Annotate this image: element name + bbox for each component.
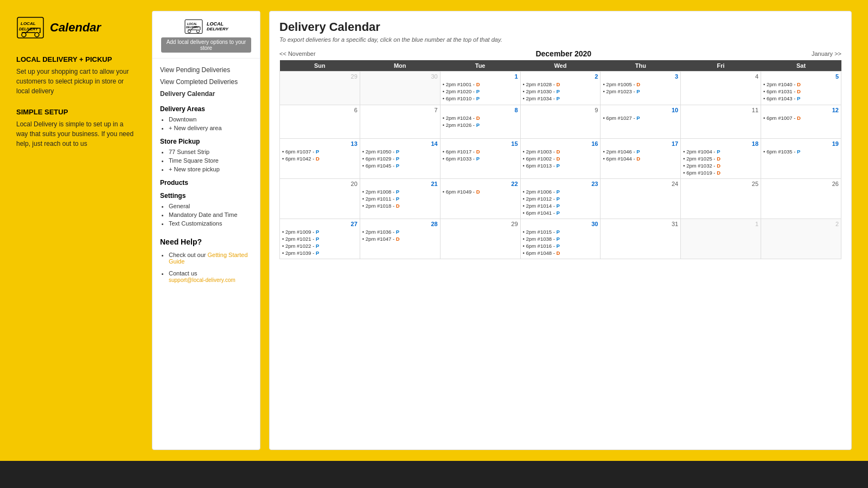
day-number[interactable]: 28 xyxy=(362,221,438,227)
delivery-entry: • 6pm #1029 - P xyxy=(362,156,438,162)
delivery-entry: • 2pm #1006 - P xyxy=(523,189,598,195)
calendar-subtitle: To export deliveries for a specific day,… xyxy=(279,36,841,43)
day-number[interactable]: 21 xyxy=(362,181,438,187)
day-number[interactable]: 19 xyxy=(763,140,839,147)
delivery-entry: • 6pm #1044 - D xyxy=(603,156,678,162)
help-getting-started[interactable]: Check out our Getting Started Guide xyxy=(169,251,252,266)
calendar-cell: 3• 2pm #1005 - D• 2pm #1023 - P xyxy=(601,72,681,105)
store-pickup-list: 77 Sunset Strip Time Square Store + New … xyxy=(160,147,252,174)
calendar-cell: 22• 6pm #1049 - D xyxy=(440,179,520,219)
new-delivery-area[interactable]: + New delivery area xyxy=(169,124,252,132)
day-number[interactable]: 16 xyxy=(523,140,598,147)
sidebar-logo-icon: LOCAL DELIVERY xyxy=(184,19,203,34)
day-number[interactable]: 22 xyxy=(443,181,518,187)
day-number[interactable]: 12 xyxy=(763,107,839,113)
sidebar-logo-line2: DELIVERY xyxy=(207,27,228,32)
delivery-entry: • 6pm #1016 - P xyxy=(523,243,598,249)
day-number[interactable]: 15 xyxy=(443,140,518,147)
next-month-link[interactable]: January >> xyxy=(812,50,841,57)
delivery-entry: • 6pm #1013 - P xyxy=(523,163,598,169)
calendar-week-3: 2021• 2pm #1008 - P• 2pm #1011 - P• 2pm … xyxy=(280,179,841,219)
settings-text-customizations[interactable]: Text Customizations xyxy=(169,219,252,228)
day-number: 7 xyxy=(362,107,438,113)
left-panel: LOCAL DELIVERY Calendar LOCAL DELIVERY +… xyxy=(16,11,136,450)
nav-view-completed[interactable]: View Completed Deliveries xyxy=(160,76,252,88)
settings-title: Settings xyxy=(160,192,252,200)
delivery-entry: • 2pm #1005 - D xyxy=(603,81,678,87)
calendar-cell: 24 xyxy=(601,179,681,219)
calendar-body: 29301• 2pm #1001 - D• 2pm #1020 - P• 6pm… xyxy=(280,72,841,259)
calendar-cell: 7 xyxy=(360,105,440,139)
support-email-link[interactable]: support@local-delivery.com xyxy=(169,277,235,283)
delivery-entry: • 2pm #1038 - P xyxy=(523,236,598,242)
calendar-cell: 12• 6pm #1007 - D xyxy=(761,105,841,139)
day-number[interactable]: 30 xyxy=(523,221,598,227)
day-number[interactable]: 27 xyxy=(282,221,358,227)
nav-delivery-calendar[interactable]: Delivery Calendar xyxy=(160,88,252,100)
calendar-cell: 29 xyxy=(440,219,520,259)
calendar-cell: 14• 2pm #1050 - P• 6pm #1029 - P• 6pm #1… xyxy=(360,139,440,179)
store-77-sunset[interactable]: 77 Sunset Strip xyxy=(169,147,252,156)
day-number[interactable]: 18 xyxy=(683,140,758,147)
calendar-cell: 27• 2pm #1009 - P• 2pm #1021 - P• 2pm #1… xyxy=(280,219,360,259)
delivery-entry: • 2pm #1024 - D xyxy=(443,115,518,121)
calendar-cell: 23• 2pm #1006 - P• 2pm #1012 - P• 2pm #1… xyxy=(520,179,601,219)
delivery-entry: • 2pm #1004 - P xyxy=(683,149,758,155)
calendar-header-sat: Sat xyxy=(761,60,841,72)
new-store-pickup[interactable]: + New store pickup xyxy=(169,165,252,174)
day-number[interactable]: 10 xyxy=(603,107,678,113)
sidebar-logo-area: LOCAL DELIVERY LOCAL DELIVERY Add local … xyxy=(152,11,260,59)
add-delivery-options-button[interactable]: Add local delivery options to your store xyxy=(161,37,251,53)
calendar-cell: 1 xyxy=(681,219,761,259)
help-contact: Contact ussupport@local-delivery.com xyxy=(169,269,252,284)
day-number[interactable]: 17 xyxy=(603,140,678,147)
delivery-entry: • 6pm #1035 - P xyxy=(763,149,839,155)
delivery-entry: • 2pm #1012 - P xyxy=(523,196,598,202)
calendar-header-row: SunMonTueWedThuFriSat xyxy=(280,60,841,72)
calendar-cell: 6 xyxy=(280,105,360,139)
day-number: 31 xyxy=(603,221,678,227)
delivery-areas-title: Delivery Areas xyxy=(160,105,252,113)
day-number[interactable]: 3 xyxy=(603,73,678,80)
delivery-entry: • 6pm #1049 - D xyxy=(443,189,518,195)
prev-month-link[interactable]: << November xyxy=(279,50,316,57)
calendar-cell: 8• 2pm #1024 - D• 2pm #1026 - P xyxy=(440,105,520,139)
store-time-square[interactable]: Time Square Store xyxy=(169,156,252,165)
calendar-cell: 1• 2pm #1001 - D• 2pm #1020 - P• 6pm #10… xyxy=(440,72,520,105)
calendar-cell: 4 xyxy=(681,72,761,105)
delivery-entry: • 2pm #1018 - D xyxy=(362,203,438,209)
calendar-header-sun: Sun xyxy=(280,60,360,72)
delivery-entry: • 2pm #1021 - P xyxy=(282,236,358,242)
day-number: 30 xyxy=(362,73,438,80)
sidebar-nav: View Pending Deliveries View Completed D… xyxy=(152,59,260,228)
delivery-entry: • 2pm #1026 - P xyxy=(443,122,518,128)
day-number: 2 xyxy=(763,221,839,227)
delivery-area-downtown[interactable]: Downtown xyxy=(169,115,252,124)
settings-mandatory-date[interactable]: Mandatory Date and Time xyxy=(169,210,252,219)
delivery-areas-list: Downtown + New delivery area xyxy=(160,115,252,132)
day-number[interactable]: 14 xyxy=(362,140,438,147)
nav-view-pending[interactable]: View Pending Deliveries xyxy=(160,64,252,76)
calendar-header-tue: Tue xyxy=(440,60,520,72)
day-number: 20 xyxy=(282,181,358,187)
delivery-entry: • 2pm #1020 - P xyxy=(443,88,518,94)
calendar-cell: 17• 2pm #1046 - P• 6pm #1044 - D xyxy=(601,139,681,179)
day-number[interactable]: 8 xyxy=(443,107,518,113)
day-number[interactable]: 5 xyxy=(763,73,839,80)
day-number[interactable]: 13 xyxy=(282,140,358,147)
products-title: Products xyxy=(160,179,252,187)
calendar-cell: 28• 2pm #1036 - P• 2pm #1047 - D xyxy=(360,219,440,259)
settings-general[interactable]: General xyxy=(169,202,252,210)
day-number: 24 xyxy=(603,181,678,187)
day-number: 29 xyxy=(282,73,358,80)
delivery-entry: • 2pm #1050 - P xyxy=(362,149,438,155)
logo-icon: LOCAL DELIVERY xyxy=(16,16,44,39)
getting-started-link[interactable]: Getting Started Guide xyxy=(169,252,248,265)
day-number: 6 xyxy=(282,107,358,113)
delivery-entry: • 2pm #1046 - P xyxy=(603,149,678,155)
day-number[interactable]: 1 xyxy=(443,73,518,80)
svg-text:LOCAL: LOCAL xyxy=(21,21,36,26)
day-number[interactable]: 23 xyxy=(523,181,598,187)
day-number[interactable]: 2 xyxy=(523,73,598,80)
delivery-entry: • 6pm #1010 - P xyxy=(443,95,518,101)
